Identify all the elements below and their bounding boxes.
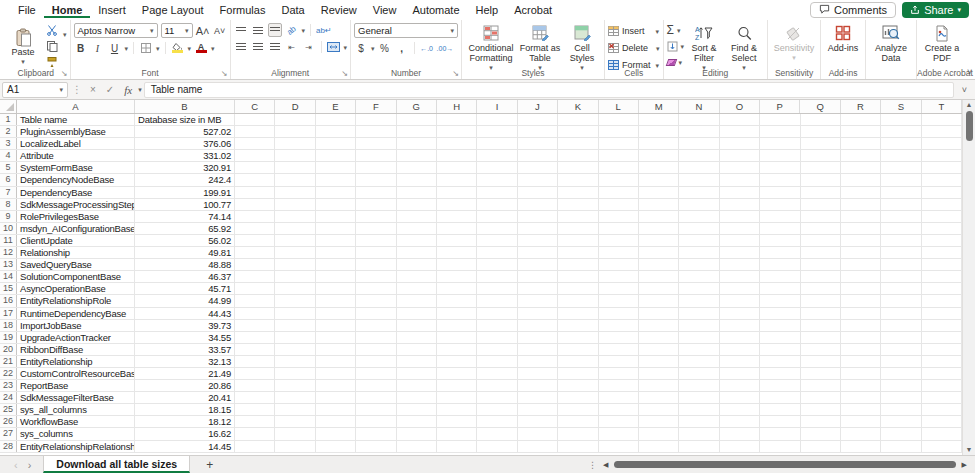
cell-B4[interactable]: 331.02	[135, 150, 235, 161]
menu-page-layout[interactable]: Page Layout	[134, 2, 212, 17]
cell-A21[interactable]: EntityRelationship	[17, 356, 135, 367]
scroll-down-arrow-icon[interactable]: ▼	[966, 446, 973, 454]
borders-button[interactable]	[139, 41, 153, 55]
column-header-R[interactable]: R	[841, 100, 881, 113]
menu-file[interactable]: File	[10, 2, 44, 17]
cell-A11[interactable]: ClientUpdate	[17, 235, 135, 246]
empty-cells-row-25[interactable]	[235, 404, 962, 415]
clipboard-dialog-launcher-icon[interactable]: ↘	[61, 70, 68, 78]
align-right-button[interactable]	[268, 40, 282, 54]
row-header-11[interactable]: 11	[0, 235, 17, 246]
cell-A18[interactable]: ImportJobBase	[17, 320, 135, 331]
column-header-I[interactable]: I	[477, 100, 517, 113]
row-header-18[interactable]: 18	[0, 320, 17, 331]
cell-B9[interactable]: 74.14	[135, 211, 235, 222]
cell-B6[interactable]: 242.4	[135, 174, 235, 185]
cell-B22[interactable]: 21.49	[135, 368, 235, 379]
font-color-button[interactable]: A	[194, 41, 208, 55]
font-size-combo[interactable]: 11▾	[161, 23, 193, 38]
empty-cells-row-3[interactable]	[235, 138, 962, 149]
cell-A14[interactable]: SolutionComponentBase	[17, 271, 135, 282]
cell-B2[interactable]: 527.02	[135, 126, 235, 137]
scroll-left-arrow-icon[interactable]: ◀	[603, 461, 608, 469]
number-format-combo[interactable]: General▾	[354, 23, 458, 38]
scroll-right-arrow-icon[interactable]: ▶	[962, 461, 967, 469]
empty-cells-row-12[interactable]	[235, 247, 962, 258]
insert-function-button[interactable]: fx	[120, 84, 136, 96]
empty-cells-row-27[interactable]	[235, 428, 962, 439]
bottom-align-button[interactable]	[268, 23, 282, 37]
new-sheet-button[interactable]: +	[190, 456, 229, 473]
cell-A8[interactable]: SdkMessageProcessingStepBase	[17, 199, 135, 210]
cell-A23[interactable]: ReportBase	[17, 380, 135, 391]
cell-B7[interactable]: 199.91	[135, 187, 235, 198]
cell-A17[interactable]: RuntimeDependencyBase	[17, 308, 135, 319]
column-header-B[interactable]: B	[135, 100, 235, 113]
comma-format-button[interactable]: ,	[395, 41, 409, 55]
increase-decimal-button[interactable]: ←.0	[420, 41, 434, 55]
select-all-corner[interactable]	[0, 100, 17, 113]
increase-indent-button[interactable]: ⇥	[302, 40, 316, 54]
vertical-scrollbar[interactable]: ▲ ▼	[962, 100, 975, 455]
cell-A1[interactable]: Table name	[17, 114, 135, 125]
menu-data[interactable]: Data	[273, 2, 312, 17]
cell-B23[interactable]: 20.86	[135, 380, 235, 391]
cell-B18[interactable]: 39.73	[135, 320, 235, 331]
column-header-M[interactable]: M	[639, 100, 679, 113]
empty-cells-row-13[interactable]	[235, 259, 962, 270]
cell-B14[interactable]: 46.37	[135, 271, 235, 282]
menu-help[interactable]: Help	[468, 2, 507, 17]
empty-cells-row-4[interactable]	[235, 150, 962, 161]
addins-button[interactable]: Add-ins	[824, 21, 862, 54]
cell-B10[interactable]: 65.92	[135, 223, 235, 234]
column-header-T[interactable]: T	[922, 100, 962, 113]
analyze-data-button[interactable]: Analyze Data	[869, 21, 913, 64]
formula-input[interactable]: Table name	[144, 82, 954, 98]
next-sheet-arrow-icon[interactable]: ›	[28, 459, 32, 471]
insert-cells-button[interactable]: Insert ▾	[608, 24, 660, 38]
empty-cells-row-20[interactable]	[235, 344, 962, 355]
italic-button[interactable]: I	[91, 41, 105, 55]
cell-A20[interactable]: RibbonDiffBase	[17, 344, 135, 355]
column-header-F[interactable]: F	[356, 100, 396, 113]
conditional-formatting-button[interactable]: Conditional Formatting ▾	[465, 21, 517, 71]
column-header-S[interactable]: S	[881, 100, 921, 113]
cell-B11[interactable]: 56.02	[135, 235, 235, 246]
empty-cells-row-14[interactable]	[235, 271, 962, 282]
cell-B3[interactable]: 376.06	[135, 138, 235, 149]
cell-B17[interactable]: 44.43	[135, 308, 235, 319]
cell-B27[interactable]: 16.62	[135, 428, 235, 439]
row-header-1[interactable]: 1	[0, 114, 17, 125]
cell-A24[interactable]: SdkMessageFilterBase	[17, 392, 135, 403]
cell-A25[interactable]: sys_all_columns	[17, 404, 135, 415]
row-header-6[interactable]: 6	[0, 174, 17, 185]
empty-cells-row-28[interactable]	[235, 441, 962, 452]
number-dialog-launcher-icon[interactable]: ↘	[452, 70, 459, 78]
underline-button[interactable]: U	[108, 41, 122, 55]
column-header-K[interactable]: K	[558, 100, 598, 113]
row-header-10[interactable]: 10	[0, 223, 17, 234]
orientation-button[interactable]: ab	[285, 23, 299, 37]
format-as-table-button[interactable]: Format as Table ▾	[517, 21, 563, 71]
wrap-text-button[interactable]: ab↵	[316, 23, 332, 37]
scrollbar-resize-grip-icon[interactable]: ⋮	[588, 460, 597, 470]
cell-B8[interactable]: 100.77	[135, 199, 235, 210]
cell-B26[interactable]: 18.12	[135, 416, 235, 427]
cell-A3[interactable]: LocalizedLabel	[17, 138, 135, 149]
row-header-16[interactable]: 16	[0, 295, 17, 306]
row-header-2[interactable]: 2	[0, 126, 17, 137]
middle-align-button[interactable]	[251, 23, 265, 37]
cell-A2[interactable]: PluginAssemblyBase	[17, 126, 135, 137]
menu-home[interactable]: Home	[44, 2, 91, 18]
empty-cells-row-18[interactable]	[235, 320, 962, 331]
cell-A19[interactable]: UpgradeActionTracker	[17, 332, 135, 343]
cell-B16[interactable]: 44.99	[135, 295, 235, 306]
menu-insert[interactable]: Insert	[90, 2, 134, 17]
column-header-O[interactable]: O	[720, 100, 760, 113]
clear-button[interactable]: ▾	[667, 55, 685, 69]
share-button[interactable]: Share ▾	[902, 2, 969, 18]
row-header-7[interactable]: 7	[0, 187, 17, 198]
cell-A15[interactable]: AsyncOperationBase	[17, 283, 135, 294]
cell-B21[interactable]: 32.13	[135, 356, 235, 367]
align-center-button[interactable]	[251, 40, 265, 54]
